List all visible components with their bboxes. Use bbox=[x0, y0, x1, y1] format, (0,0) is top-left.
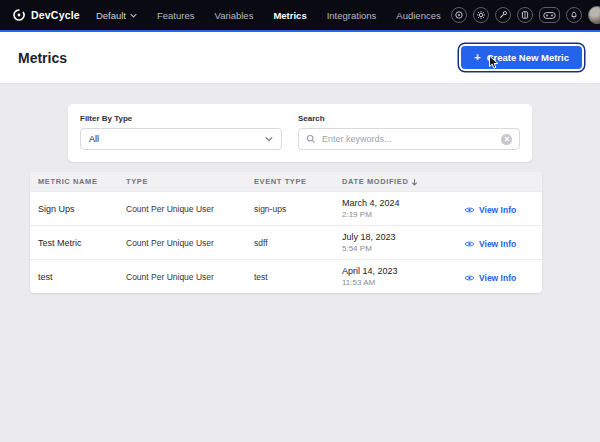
table-row: Test Metric Count Per Unique User sdff J… bbox=[30, 225, 542, 259]
filter-card: Filter By Type All Search bbox=[68, 104, 532, 162]
search-box bbox=[298, 128, 520, 150]
nav-item-metrics[interactable]: Metrics bbox=[263, 0, 316, 30]
clear-search-icon[interactable] bbox=[501, 134, 512, 145]
search-icon bbox=[306, 134, 316, 144]
brand[interactable]: DevCycle bbox=[12, 8, 80, 22]
metrics-table: Metric Name Type Event Type Date Modifie… bbox=[30, 172, 542, 293]
devcycle-logo-icon bbox=[12, 8, 26, 22]
notifications-bell-icon[interactable] bbox=[566, 7, 582, 23]
filter-by-type-value: All bbox=[89, 134, 99, 144]
filter-by-type-label: Filter By Type bbox=[80, 114, 282, 123]
sort-desc-icon bbox=[411, 178, 418, 186]
eye-icon bbox=[464, 206, 475, 214]
table-row: test Count Per Unique User test April 14… bbox=[30, 259, 542, 293]
create-new-metric-button[interactable]: + Create New Metric bbox=[461, 46, 582, 69]
metric-name-cell: Test Metric bbox=[38, 238, 126, 248]
column-header-event-type[interactable]: Event Type bbox=[254, 177, 342, 186]
status-icon[interactable] bbox=[451, 7, 467, 23]
date-modified-cell: March 4, 2024 2:19 PM bbox=[342, 198, 464, 219]
event-type-cell: sign-ups bbox=[254, 204, 342, 214]
nav-item-variables[interactable]: Variables bbox=[205, 0, 264, 30]
controller-icon[interactable] bbox=[539, 7, 560, 23]
project-selector-label: Default bbox=[96, 10, 126, 21]
filter-by-type-select[interactable]: All bbox=[80, 128, 282, 150]
docs-icon[interactable] bbox=[517, 7, 533, 23]
chevron-down-icon bbox=[130, 13, 137, 18]
column-header-date-modified[interactable]: Date Modified bbox=[342, 177, 464, 186]
nav-item-audiences[interactable]: Audiences bbox=[386, 0, 450, 30]
table-header-row: Metric Name Type Event Type Date Modifie… bbox=[30, 172, 542, 191]
search-label: Search bbox=[298, 114, 520, 123]
filter-by-type-group: Filter By Type All bbox=[80, 114, 282, 150]
type-cell: Count Per Unique User bbox=[126, 238, 254, 248]
eye-icon bbox=[464, 240, 475, 248]
chevron-down-icon bbox=[265, 136, 273, 142]
view-info-link[interactable]: View Info bbox=[464, 205, 516, 215]
plus-icon: + bbox=[474, 52, 480, 63]
date-modified-cell: April 14, 2023 11:53 AM bbox=[342, 266, 464, 287]
table-row: Sign Ups Count Per Unique User sign-ups … bbox=[30, 191, 542, 225]
page-title: Metrics bbox=[18, 50, 67, 66]
create-new-metric-label: Create New Metric bbox=[487, 52, 569, 63]
event-type-cell: test bbox=[254, 272, 342, 282]
metric-name-cell: test bbox=[38, 272, 126, 282]
type-cell: Count Per Unique User bbox=[126, 204, 254, 214]
settings-gear-icon[interactable] bbox=[473, 7, 489, 23]
search-input[interactable] bbox=[322, 134, 495, 144]
view-info-link[interactable]: View Info bbox=[464, 273, 516, 283]
avatar[interactable] bbox=[588, 6, 600, 24]
nav-item-integrations[interactable]: Integrations bbox=[317, 0, 387, 30]
page-header: Metrics + Create New Metric bbox=[0, 32, 600, 84]
event-type-cell: sdff bbox=[254, 238, 342, 248]
column-header-type[interactable]: Type bbox=[126, 177, 254, 186]
date-modified-cell: July 18, 2023 5:54 PM bbox=[342, 232, 464, 253]
nav-item-features[interactable]: Features bbox=[147, 0, 205, 30]
project-selector[interactable]: Default bbox=[96, 10, 137, 21]
primary-nav: Features Variables Metrics Integrations … bbox=[147, 0, 451, 30]
brand-name: DevCycle bbox=[31, 9, 80, 21]
type-cell: Count Per Unique User bbox=[126, 272, 254, 282]
top-nav: DevCycle Default Features Variables Metr… bbox=[0, 0, 600, 32]
metric-name-cell: Sign Ups bbox=[38, 204, 126, 214]
view-info-link[interactable]: View Info bbox=[464, 239, 516, 249]
eye-icon bbox=[464, 274, 475, 282]
wrench-icon[interactable] bbox=[495, 7, 511, 23]
column-header-metric-name[interactable]: Metric Name bbox=[38, 177, 126, 186]
nav-icon-group bbox=[451, 6, 600, 24]
search-group: Search bbox=[298, 114, 520, 150]
